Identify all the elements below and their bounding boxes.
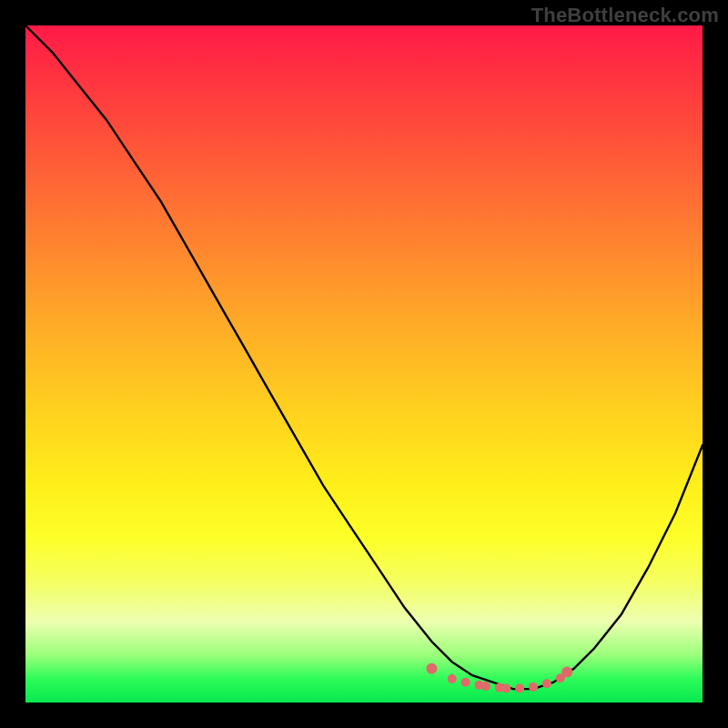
dot xyxy=(561,667,572,678)
dot xyxy=(542,679,551,688)
dot xyxy=(501,683,511,693)
chart-frame: TheBottleneck.com xyxy=(0,0,728,728)
dot xyxy=(481,682,490,691)
bottom-dot-cluster xyxy=(426,663,572,693)
plot-area xyxy=(25,25,703,703)
bottleneck-curve xyxy=(25,25,703,689)
dot xyxy=(426,663,437,674)
dot xyxy=(461,678,470,687)
dot xyxy=(515,683,524,693)
watermark-text: TheBottleneck.com xyxy=(531,4,719,27)
dot xyxy=(529,682,538,692)
curve-svg xyxy=(25,25,703,703)
dot xyxy=(448,674,457,683)
